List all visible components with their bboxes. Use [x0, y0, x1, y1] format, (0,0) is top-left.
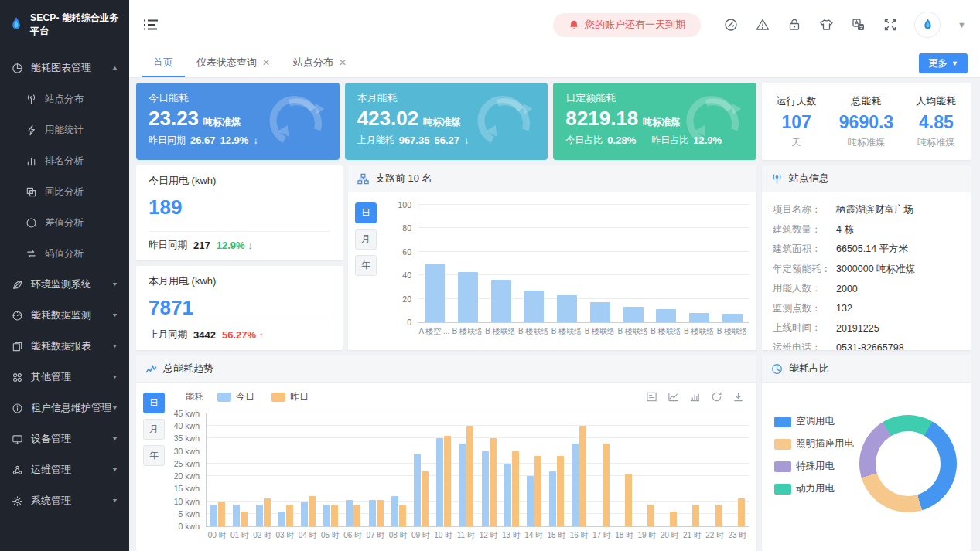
site-info-label: 建筑面积： [773, 243, 836, 256]
legend-item-1[interactable]: 照明插座用电 [774, 437, 854, 451]
legend-item-0[interactable]: 空调用电 [774, 415, 854, 428]
tab-1[interactable]: 仪表状态查询✕ [185, 49, 282, 77]
toggle-年[interactable]: 年 [355, 255, 377, 276]
sidebar-subitem-3[interactable]: 同比分析 [0, 176, 129, 207]
bar [301, 502, 308, 526]
sidebar-item-8[interactable]: 系统管理▼ [0, 485, 129, 516]
middle-row: 今日用电 (kwh) 189 昨日同期21712.9% ↓ 本月用电 (kwh)… [136, 165, 756, 350]
theme-skin-icon[interactable] [819, 18, 834, 32]
right-column: 运行天数107天总能耗9690.3吨标准煤人均能耗4.85吨标准煤 站点信息 项… [762, 83, 971, 551]
app-title: SECP- 能耗综合业务平台 [30, 12, 121, 38]
stat-1: 总能耗9690.3吨标准煤 [839, 94, 893, 149]
tab-label: 站点分布 [293, 56, 333, 70]
chevron-down-icon: ▼ [111, 343, 118, 349]
bar [414, 454, 421, 526]
swap-icon [25, 248, 38, 260]
bar [579, 426, 586, 526]
kpi-card-today-energy: 今日能耗 23.23吨标准煤 昨日同期26.6712.9%↓ [136, 83, 340, 160]
bar-group [297, 413, 319, 526]
x-tick-label: 22 时 [704, 530, 726, 541]
trend-line-icon [145, 363, 157, 375]
bar-group [636, 413, 658, 526]
tab-label: 首页 [153, 56, 173, 70]
x-tick-label: 11 时 [455, 530, 477, 541]
lock-icon[interactable] [787, 18, 801, 32]
ecard-value: 7871 [149, 296, 330, 320]
toggle-月[interactable]: 月 [143, 419, 165, 440]
toggle-日[interactable]: 日 [355, 202, 377, 223]
x-tick-label: B 楼联络 [550, 326, 583, 337]
app-logo: SECP- 能耗综合业务平台 [0, 0, 129, 49]
more-tabs-button[interactable]: 更多 ▼ [919, 53, 968, 73]
toggle-日[interactable]: 日 [143, 393, 165, 413]
translate-icon[interactable] [852, 18, 866, 32]
gear-icon [11, 495, 24, 507]
branch-icon [357, 173, 369, 185]
palette-icon[interactable] [724, 18, 738, 32]
sidebar-item-6[interactable]: 设备管理▼ [0, 423, 129, 454]
ecard-title: 今日用电 (kwh) [149, 174, 330, 188]
month-electric-card: 本月用电 (kwh) 7871 上月同期344256.27% ↑ [136, 266, 343, 350]
tab-2[interactable]: 站点分布✕ [282, 49, 358, 77]
user-dropdown-chevron-icon[interactable]: ▼ [958, 20, 966, 29]
warning-icon[interactable] [756, 18, 770, 32]
sidebar-item-label: 环境监测系统 [31, 277, 91, 291]
bar [466, 426, 473, 526]
sidebar-item-1[interactable]: 环境监测系统▼ [0, 269, 129, 300]
bar [241, 512, 248, 526]
kpi-sub-label: 昨日同期 [149, 134, 186, 147]
bar [278, 512, 285, 526]
legend-swatch [774, 484, 791, 495]
sidebar-subitem-4[interactable]: 差值分析 [0, 207, 129, 238]
avatar[interactable] [915, 12, 940, 37]
toggle-年[interactable]: 年 [143, 445, 165, 466]
collapse-menu-icon[interactable] [143, 18, 159, 32]
sidebar-subitem-1[interactable]: 用能统计 [0, 114, 129, 145]
ranking-icon [25, 155, 38, 167]
legend-item-3[interactable]: 动力用电 [774, 482, 854, 495]
legend-label: 照明插座用电 [796, 437, 854, 451]
flame-logo-icon [8, 15, 25, 35]
legend-item-2[interactable]: 特殊用电 [774, 460, 854, 473]
sidebar-item-0[interactable]: 能耗图表管理▲ [0, 53, 129, 83]
sidebar-subitem-0[interactable]: 站点分布 [0, 83, 129, 114]
sidebar-item-label: 运维管理 [31, 463, 71, 477]
sidebar-subitem-2[interactable]: 排名分析 [0, 145, 129, 176]
sidebar-item-7[interactable]: 运维管理▼ [0, 454, 129, 485]
sidebar: SECP- 能耗综合业务平台 能耗图表管理▲站点分布用能统计排名分析同比分析差值… [0, 0, 129, 551]
down-arrow-icon: ↓ [253, 135, 258, 146]
lightning-icon [25, 124, 38, 136]
y-tick-label: 20 kwh [174, 471, 200, 481]
tab-close-icon[interactable]: ✕ [339, 57, 347, 68]
toggle-月[interactable]: 月 [355, 229, 377, 250]
bar-group [613, 413, 636, 526]
branch_top10-plot-area: 020406080100A 楼空 ...B 楼联络B 楼联络B 楼联络B 楼联络… [382, 205, 749, 337]
tab-bar: 首页仪表状态查询✕站点分布✕ 更多 ▼ [129, 49, 980, 78]
ecard-sub-label: 上月同期 [149, 328, 187, 342]
bar [670, 512, 677, 526]
sidebar-subitem-5[interactable]: 码值分析 [0, 238, 129, 269]
tab-0[interactable]: 首页 [142, 49, 185, 77]
sidebar-item-2[interactable]: 能耗数据监测▼ [0, 300, 129, 331]
bell-icon [569, 19, 579, 31]
y-tick-label: 30 kwh [174, 447, 200, 456]
bar-group [650, 205, 683, 322]
bar [482, 451, 489, 526]
bar [590, 302, 610, 322]
chevron-down-icon: ▼ [111, 374, 118, 380]
x-tick-label: 20 时 [658, 530, 681, 541]
sidebar-item-4[interactable]: 其他管理▼ [0, 362, 129, 393]
bar-group [551, 205, 584, 322]
bar-group [455, 413, 477, 526]
ecard-value: 189 [149, 196, 330, 219]
x-tick-label: 18 时 [613, 530, 636, 541]
tab-close-icon[interactable]: ✕ [262, 57, 270, 68]
fullscreen-icon[interactable] [883, 18, 897, 32]
kpi-cards-row: 今日能耗 23.23吨标准煤 昨日同期26.6712.9%↓ 本月能耗 423.… [136, 83, 756, 160]
x-tick-label: B 楼联络 [484, 326, 517, 337]
sidebar-item-3[interactable]: 能耗数据报表▼ [0, 331, 129, 362]
sidebar-item-5[interactable]: 租户信息维护管理▼ [0, 393, 129, 423]
kpi-unit: 吨标准煤 [423, 117, 460, 128]
account-expiry-alert[interactable]: 您的账户还有一天到期 [553, 13, 701, 37]
sidebar-subitem-label: 码值分析 [45, 247, 84, 260]
